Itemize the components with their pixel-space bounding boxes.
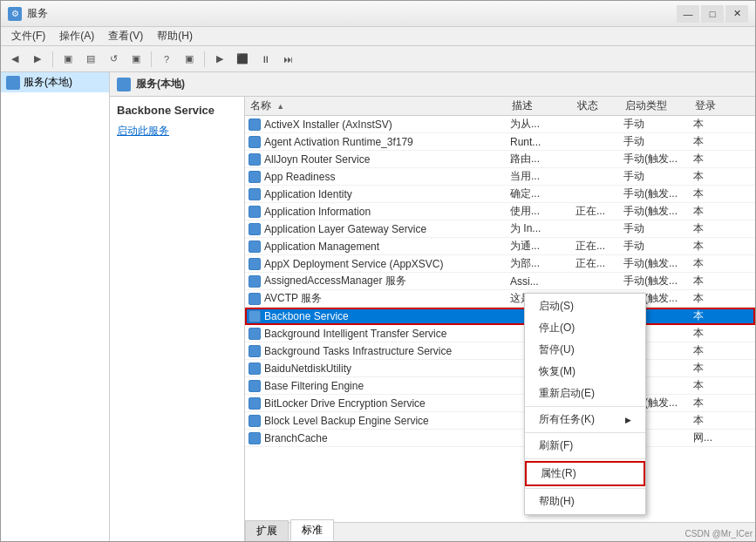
context-menu-item[interactable]: 所有任务(K)▶ bbox=[525, 409, 645, 430]
service-row[interactable]: Background Intelligent Transfer Service手… bbox=[245, 325, 755, 342]
service-rows-container[interactable]: ActiveX Installer (AxInstSV)为从...手动本Agen… bbox=[245, 116, 755, 522]
service-icon bbox=[249, 258, 261, 270]
service-info-panel: Backbone Service 启动此服务 bbox=[110, 97, 245, 541]
restart-button[interactable]: ⏭ bbox=[277, 50, 298, 69]
service-login-cell: 本 bbox=[690, 186, 733, 201]
context-menu-item[interactable]: 属性(R) bbox=[525, 461, 645, 486]
col-header-name[interactable]: 名称 ▲ bbox=[247, 98, 508, 113]
service-row[interactable]: BitLocker Drive Encryption Service手动(触发.… bbox=[245, 395, 755, 412]
service-login-cell: 本 bbox=[690, 361, 733, 376]
tab-standard[interactable]: 标准 bbox=[290, 519, 334, 541]
service-icon bbox=[249, 415, 261, 427]
col-header-status[interactable]: 状态 bbox=[574, 98, 622, 113]
context-menu-item[interactable]: 暂停(U) bbox=[525, 339, 645, 361]
col-header-desc[interactable]: 描述 bbox=[508, 98, 574, 113]
service-row[interactable]: Application Identity确定...手动(触发...本 bbox=[245, 186, 755, 203]
service-startup-cell: 手动 bbox=[620, 239, 690, 254]
col-header-login[interactable]: 登录 bbox=[691, 98, 735, 113]
service-row[interactable]: AssignedAccessManager 服务Assi...手动(触发...本 bbox=[245, 273, 755, 290]
service-name-cell: BitLocker Drive Encryption Service bbox=[245, 397, 507, 410]
service-name-text: AppX Deployment Service (AppXSVC) bbox=[264, 258, 443, 270]
bottom-tabs: 扩展 标准 bbox=[245, 522, 755, 541]
context-menu-item[interactable]: 重新启动(E) bbox=[525, 383, 645, 404]
context-menu-item[interactable]: 帮助(H) bbox=[525, 491, 645, 512]
service-row[interactable]: AVCTP 服务这是...正在...手动(触发...本 bbox=[245, 290, 755, 308]
service-startup-cell: 手动 bbox=[620, 134, 690, 149]
menu-file[interactable]: 文件(F) bbox=[4, 27, 52, 45]
service-name-cell: Application Identity bbox=[245, 188, 507, 200]
context-menu-item[interactable]: 启动(S) bbox=[525, 295, 645, 317]
service-row[interactable]: AllJoyn Router Service路由...手动(触发...本 bbox=[245, 151, 755, 168]
service-row[interactable]: Backbone Service自动本 bbox=[245, 308, 755, 325]
minimize-button[interactable]: — bbox=[677, 5, 699, 23]
menu-help[interactable]: 帮助(H) bbox=[150, 27, 200, 45]
service-login-cell: 本 bbox=[690, 169, 733, 184]
main-window: ⚙ 服务 — □ ✕ 文件(F) 操作(A) 查看(V) 帮助(H) ◀ ▶ ▣… bbox=[0, 0, 756, 542]
service-login-cell: 本 bbox=[690, 256, 733, 271]
toolbar-btn-3[interactable]: ↺ bbox=[103, 50, 124, 69]
toolbar-btn-4[interactable]: ▣ bbox=[126, 50, 146, 69]
service-row[interactable]: Background Tasks Infrastructure Service自… bbox=[245, 342, 755, 360]
service-row[interactable]: Agent Activation Runtime_3f179Runt...手动本 bbox=[245, 133, 755, 151]
maximize-button[interactable]: □ bbox=[701, 5, 724, 23]
context-menu-item-label: 属性(R) bbox=[541, 466, 576, 481]
service-startup-cell: 手动(触发... bbox=[620, 186, 690, 201]
context-menu-item[interactable]: 恢复(M) bbox=[525, 361, 645, 383]
window-icon: ⚙ bbox=[8, 7, 22, 21]
stop-button[interactable]: ⬛ bbox=[232, 50, 253, 69]
service-icon bbox=[249, 153, 261, 166]
service-row[interactable]: Base Filtering Engine自动本 bbox=[245, 377, 755, 395]
menu-view[interactable]: 查看(V) bbox=[101, 27, 150, 45]
service-name-cell: BaiduNetdiskUtility bbox=[245, 362, 507, 375]
close-button[interactable]: ✕ bbox=[725, 5, 748, 23]
service-name-text: Agent Activation Runtime_3f179 bbox=[264, 136, 413, 148]
back-button[interactable]: ◀ bbox=[4, 50, 25, 69]
service-row[interactable]: Application Management为通...正在...手动本 bbox=[245, 238, 755, 255]
service-row[interactable]: BaiduNetdiskUtility本 bbox=[245, 360, 755, 377]
col-header-startup[interactable]: 启动类型 bbox=[622, 98, 691, 113]
service-icon bbox=[249, 328, 261, 340]
service-login-cell: 本 bbox=[690, 274, 733, 288]
service-name-text: AssignedAccessManager 服务 bbox=[264, 274, 406, 288]
context-menu-item-label: 刷新(F) bbox=[539, 438, 573, 453]
services-icon bbox=[6, 76, 20, 90]
service-login-cell: 本 bbox=[690, 117, 733, 132]
service-name-text: AVCTP 服务 bbox=[264, 291, 322, 306]
context-menu-item-label: 恢复(M) bbox=[539, 364, 576, 379]
tab-expand[interactable]: 扩展 bbox=[245, 520, 289, 541]
forward-button[interactable]: ▶ bbox=[27, 50, 48, 69]
service-row[interactable]: Block Level Backup Engine Service手动本 bbox=[245, 412, 755, 430]
service-row[interactable]: App Readiness当用...手动本 bbox=[245, 168, 755, 186]
service-icon bbox=[249, 171, 261, 183]
service-desc-cell: 为部... bbox=[507, 256, 572, 271]
service-row[interactable]: Application Information使用...正在...手动(触发..… bbox=[245, 203, 755, 220]
play-button[interactable]: ▶ bbox=[209, 50, 230, 69]
start-service-link[interactable]: 启动此服务 bbox=[117, 125, 169, 137]
service-login-cell: 本 bbox=[690, 343, 733, 358]
pause-button[interactable]: ⏸ bbox=[255, 50, 276, 69]
right-panel: 服务(本地) Backbone Service 启动此服务 名称 ▲ bbox=[110, 72, 755, 541]
service-name-cell: AssignedAccessManager 服务 bbox=[245, 274, 507, 288]
nav-item-local-services[interactable]: 服务(本地) bbox=[1, 72, 109, 92]
service-row[interactable]: Application Layer Gateway Service为 In...… bbox=[245, 220, 755, 238]
service-desc-cell: Assi... bbox=[507, 275, 572, 288]
toolbar-btn-6[interactable]: ▣ bbox=[179, 50, 200, 69]
context-menu-item-label: 帮助(H) bbox=[539, 494, 575, 509]
service-status-cell: 正在... bbox=[572, 256, 620, 271]
toolbar-btn-2[interactable]: ▤ bbox=[80, 50, 101, 69]
service-row[interactable]: BranchCache手动网... bbox=[245, 430, 755, 447]
service-row[interactable]: AppX Deployment Service (AppXSVC)为部...正在… bbox=[245, 255, 755, 273]
toolbar: ◀ ▶ ▣ ▤ ↺ ▣ ? ▣ ▶ ⬛ ⏸ ⏭ bbox=[1, 46, 755, 72]
toolbar-btn-5[interactable]: ? bbox=[156, 50, 177, 69]
context-menu-item[interactable]: 刷新(F) bbox=[525, 435, 645, 457]
service-icon bbox=[249, 275, 261, 288]
context-menu-item[interactable]: 停止(O) bbox=[525, 317, 645, 339]
toolbar-btn-1[interactable]: ▣ bbox=[58, 50, 78, 69]
menu-action[interactable]: 操作(A) bbox=[52, 27, 101, 45]
service-login-cell: 本 bbox=[690, 152, 733, 166]
service-icon bbox=[249, 380, 261, 392]
context-menu-separator bbox=[525, 458, 645, 459]
service-icon bbox=[249, 136, 261, 148]
service-row[interactable]: ActiveX Installer (AxInstSV)为从...手动本 bbox=[245, 116, 755, 133]
service-name-cell: Block Level Backup Engine Service bbox=[245, 415, 507, 427]
